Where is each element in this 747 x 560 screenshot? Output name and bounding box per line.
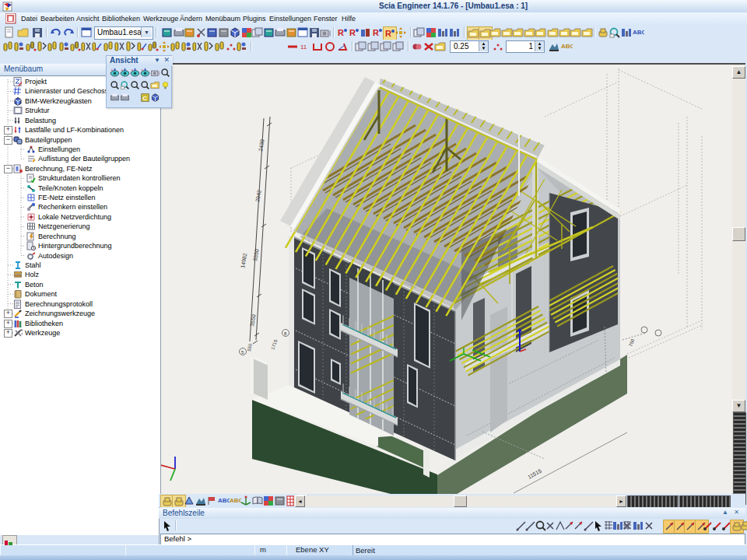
svg-text:ABC: ABC [561, 43, 573, 50]
svg-text:750: 750 [628, 338, 635, 347]
svg-text:ABC: ABC [633, 29, 644, 36]
svg-text:11: 11 [300, 44, 307, 51]
svg-text:2942: 2942 [254, 190, 262, 203]
svg-text:z: z [111, 68, 113, 72]
svg-text:5: 5 [241, 350, 244, 355]
svg-text:14982: 14982 [240, 253, 247, 268]
svg-text:550: 550 [247, 343, 253, 352]
svg-text:3550: 3550 [249, 314, 257, 327]
svg-text:8: 8 [284, 331, 287, 336]
svg-text:z: z [142, 68, 143, 72]
svg-text:R: R [338, 28, 344, 37]
svg-text:z: z [132, 68, 133, 72]
svg-text:R: R [373, 28, 379, 37]
svg-text:R: R [385, 29, 391, 38]
svg-text:R: R [349, 28, 356, 37]
svg-text:C: C [142, 95, 147, 102]
svg-text:11515: 11515 [527, 468, 542, 480]
svg-text:z: z [121, 68, 123, 72]
svg-text:2430: 2430 [258, 139, 265, 152]
svg-text:3350: 3350 [252, 249, 260, 262]
svg-text:1715: 1715 [270, 338, 278, 350]
